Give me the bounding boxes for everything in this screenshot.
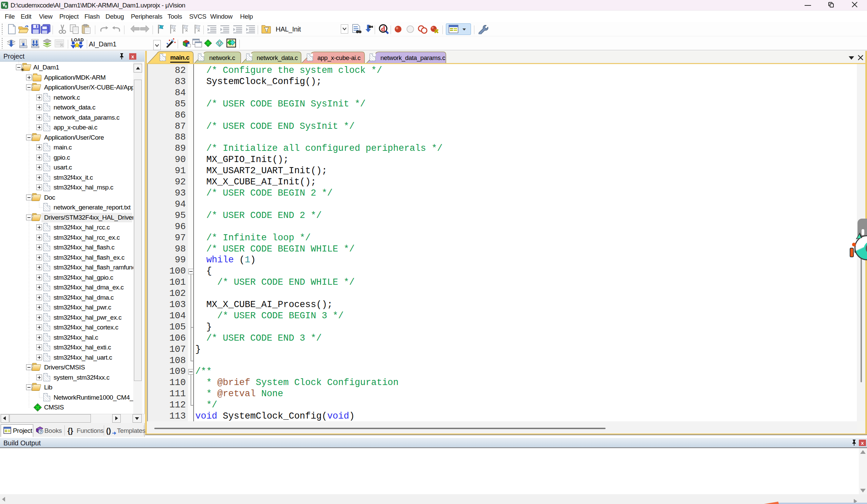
svg-text:?: ?	[40, 429, 42, 434]
